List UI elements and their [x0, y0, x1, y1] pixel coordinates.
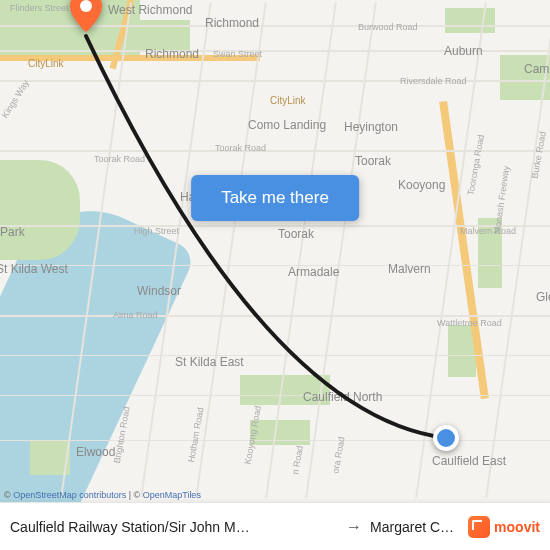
from-location: Caulfield Railway Station/Sir John M…: [10, 519, 338, 535]
arrow-right-icon: →: [338, 518, 370, 536]
route-summary-bar: Caulfield Railway Station/Sir John M… → …: [0, 502, 550, 550]
moovit-logo[interactable]: moovit: [454, 516, 540, 538]
destination-marker-icon: [70, 0, 102, 36]
osm-link[interactable]: OpenStreetMap contributors: [13, 490, 126, 500]
openmaptiles-link[interactable]: OpenMapTiles: [143, 490, 201, 500]
take-me-there-button[interactable]: Take me there: [191, 175, 359, 221]
to-location: Margaret C…: [370, 519, 454, 535]
moovit-logo-icon: [468, 516, 490, 538]
map-background: [0, 0, 550, 550]
map-container[interactable]: RichmondAuburnComo LandingHeyingtonToora…: [0, 0, 550, 550]
moovit-logo-text: moovit: [494, 519, 540, 535]
origin-marker-icon: [433, 425, 459, 451]
svg-point-0: [80, 0, 92, 12]
map-attribution: © OpenStreetMap contributors | © OpenMap…: [4, 490, 201, 500]
